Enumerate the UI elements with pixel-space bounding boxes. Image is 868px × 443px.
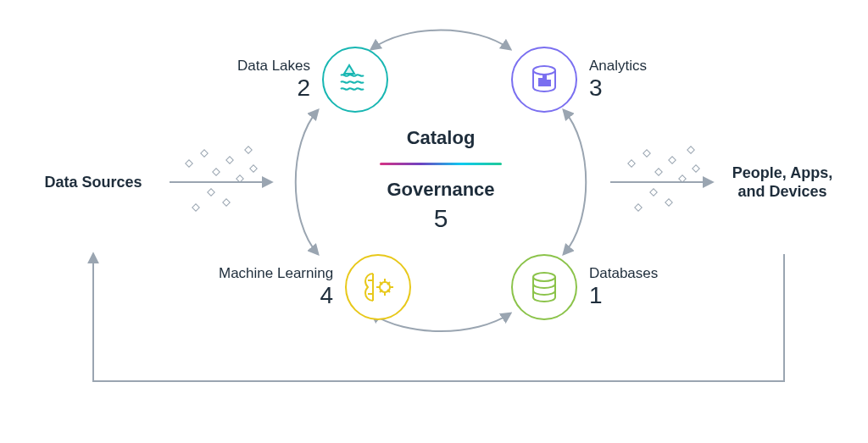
node-data-lakes-number: 2 [237, 75, 310, 102]
endpoint-people-apps-devices: People, Apps, and Devices [719, 119, 846, 246]
node-analytics-number: 3 [589, 75, 647, 102]
machine-learning-icon [345, 254, 411, 320]
center-governance-label: Governance [364, 179, 517, 201]
svg-rect-4 [213, 169, 220, 175]
node-databases-number: 1 [589, 282, 658, 309]
center-catalog-label: Catalog [364, 127, 517, 149]
svg-rect-2 [186, 160, 192, 167]
node-databases-label: Databases [589, 265, 658, 282]
svg-rect-23 [539, 79, 542, 86]
svg-rect-18 [665, 199, 672, 206]
node-data-lakes-label: Data Lakes [237, 58, 310, 75]
svg-rect-11 [192, 204, 199, 211]
svg-rect-20 [687, 147, 694, 153]
svg-rect-17 [679, 175, 686, 182]
endpoint-data-sources: Data Sources [30, 119, 157, 246]
center-separator [380, 163, 502, 165]
svg-rect-5 [208, 189, 214, 196]
svg-rect-12 [628, 160, 635, 167]
svg-rect-24 [543, 75, 546, 86]
endpoint-data-sources-label: Data Sources [34, 173, 152, 192]
svg-rect-25 [548, 80, 550, 86]
particles-left [186, 147, 257, 211]
svg-rect-15 [650, 189, 657, 196]
svg-point-27 [533, 273, 555, 281]
data-lake-icon [322, 47, 388, 113]
node-databases: Databases 1 [511, 254, 658, 320]
node-data-lakes: Data Lakes 2 [237, 47, 388, 113]
svg-rect-6 [226, 157, 233, 163]
svg-rect-13 [643, 150, 650, 157]
node-ml-number: 4 [219, 282, 333, 309]
node-ml-label: Machine Learning [219, 265, 333, 282]
svg-rect-14 [655, 169, 662, 175]
database-icon [511, 254, 577, 320]
svg-rect-19 [693, 165, 699, 172]
analytics-icon [511, 47, 577, 113]
endpoint-people-apps-devices-label: People, Apps, and Devices [719, 163, 846, 202]
node-machine-learning: Machine Learning 4 [219, 254, 411, 320]
diagram-canvas: { "left_endpoint": { "label": "Data Sour… [0, 0, 868, 443]
particles-right [628, 147, 699, 211]
center-number: 5 [364, 204, 517, 233]
svg-point-22 [533, 66, 555, 75]
svg-rect-21 [635, 204, 642, 211]
svg-rect-10 [245, 147, 252, 153]
svg-rect-9 [250, 165, 257, 172]
svg-rect-7 [236, 175, 243, 182]
node-analytics-label: Analytics [589, 58, 647, 75]
svg-rect-8 [223, 199, 230, 206]
svg-rect-3 [201, 150, 208, 157]
node-analytics: Analytics 3 [511, 47, 647, 113]
center-catalog-governance: Catalog Governance 5 [364, 127, 517, 233]
svg-rect-16 [669, 157, 676, 163]
